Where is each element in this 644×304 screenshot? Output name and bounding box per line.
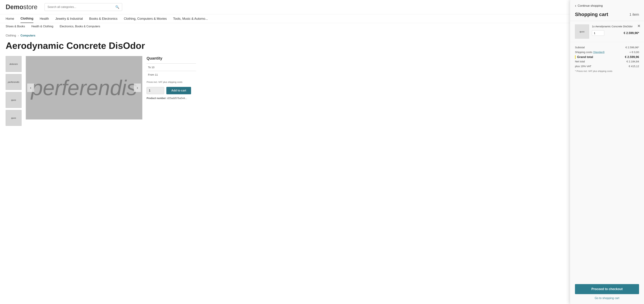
cart-item-qty-price: € 2.599,96*	[592, 30, 639, 36]
shipping-label: Shipping costs (Standard)	[575, 51, 604, 54]
table-row: From 11	[146, 71, 196, 78]
nav-item2-electronics[interactable]: Electronics, Books & Computers	[60, 25, 100, 28]
grand-total-row: Grand total € 2.599,96	[575, 55, 639, 59]
shipping-link[interactable]: (Standard)	[593, 51, 604, 54]
nav-item-health[interactable]: Health	[40, 17, 49, 23]
logo-bold: Demo	[6, 3, 23, 10]
cart-item-details: 1x Aerodynamic Concrete DisOdor € 2.599,…	[592, 24, 639, 36]
net-total-value: € 2.184,84	[626, 60, 639, 63]
cart-item-name: 1x Aerodynamic Concrete DisOdor	[592, 24, 639, 28]
cart-item-close-button[interactable]: ✕	[637, 24, 640, 28]
price-0	[187, 64, 196, 71]
pricing-label: Quantity	[146, 56, 196, 61]
nav-item2-health-clothing[interactable]: Health & Clothing	[31, 25, 53, 28]
pricing-table: To 10 From 11	[146, 63, 196, 78]
vat-row: plus 19% VAT € 415,12	[575, 65, 639, 68]
nav-row2: Shoes & Books Health & Clothing Electron…	[0, 23, 644, 30]
nav-item2-shoes[interactable]: Shoes & Books	[6, 25, 25, 28]
pricing-note: Prices incl. VAT plus shipping costs	[146, 81, 196, 83]
shipping-value: + € 0,00	[629, 51, 639, 54]
net-total-row: Net total € 2.184,84	[575, 60, 639, 63]
main-image: perferendis ‹ ›	[26, 56, 142, 120]
breadcrumb: Clothing › Computers	[6, 34, 638, 37]
subtotal-row: Subtotal € 2.599,96*	[575, 46, 639, 49]
breadcrumb-parent[interactable]: Clothing	[6, 34, 16, 37]
back-arrow-icon: ‹	[575, 3, 576, 8]
net-total-label: Net total	[575, 60, 585, 63]
nav-item-tools[interactable]: Tools, Music & Automo...	[173, 17, 208, 23]
table-row: To 10	[146, 64, 196, 71]
carousel-next-button[interactable]: ›	[134, 84, 141, 92]
nav-item-jewelry[interactable]: Jewelry & Industrial	[55, 17, 83, 23]
continue-shopping[interactable]: ‹ Continue shopping	[570, 0, 644, 10]
price-1	[187, 71, 196, 78]
vat-value: € 415,12	[629, 65, 639, 68]
cart-item-qty-input[interactable]	[592, 30, 604, 36]
grand-total-label: Grand total	[577, 55, 593, 59]
add-to-cart-button[interactable]: Add to cart	[166, 87, 191, 94]
carousel-prev-button[interactable]: ‹	[27, 84, 34, 92]
continue-shopping-label: Continue shopping	[578, 4, 603, 7]
logo[interactable]: Demostore	[6, 3, 38, 11]
cart-title: Shopping cart	[575, 12, 608, 17]
grand-total-value: € 2.599,96	[625, 55, 639, 59]
product-number-label: Product number:	[146, 97, 166, 100]
vat-note: * Prices incl. VAT plus shipping costs	[575, 70, 639, 72]
search-input[interactable]	[48, 5, 114, 9]
product-layout: dolorem perferendis quos quos perferendi…	[6, 56, 638, 126]
vat-label: plus 19% VAT	[575, 65, 592, 68]
subtotal-label: Subtotal	[575, 46, 585, 49]
subtotal-value: € 2.599,96*	[626, 46, 639, 49]
cart-item: quos 1x Aerodynamic Concrete DisOdor € 2…	[570, 21, 644, 42]
thumbnail-3[interactable]: quos	[6, 110, 22, 126]
page-wrapper: Clothing › Computers Aerodynamic Concret…	[0, 30, 644, 130]
breadcrumb-current: Computers	[20, 34, 35, 37]
cart-count: 1 item	[630, 12, 639, 16]
product-number-value: d25add57ba544...	[167, 97, 187, 100]
nav-item-clothing-computers[interactable]: Clothing, Computers & Movies	[124, 17, 167, 23]
cart-item-price: € 2.599,96*	[624, 31, 639, 35]
thumbnails: dolorem perferendis quos quos	[6, 56, 22, 126]
product-number: Product number: d25add57ba544...	[146, 97, 196, 100]
cart-item-image: quos	[575, 24, 589, 39]
header: Demostore 🔍	[0, 0, 644, 14]
product-title: Aerodynamic Concrete DisOdor	[6, 41, 638, 51]
cart-header: Shopping cart 1 item	[570, 10, 644, 21]
thumbnail-2[interactable]: quos	[6, 92, 22, 108]
logo-light: store	[23, 3, 38, 10]
cart-totals: Subtotal € 2.599,96* Shipping costs (Sta…	[570, 42, 644, 130]
pricing-section: Quantity To 10 From 11 Prices incl. VAT …	[146, 56, 196, 126]
qty-range-1: From 11	[146, 71, 187, 78]
qty-range-0: To 10	[146, 64, 187, 71]
cart-overlay: ‹ Continue shopping Shopping cart 1 item…	[570, 0, 644, 130]
shipping-row: Shipping costs (Standard) + € 0,00	[575, 51, 639, 54]
thumbnail-0[interactable]: dolorem	[6, 56, 22, 72]
quantity-input[interactable]	[146, 87, 164, 94]
qty-row: Add to cart	[146, 87, 196, 94]
nav-row1: Home Clothing Health Jewelry & Industria…	[0, 14, 644, 23]
search-bar: 🔍	[44, 3, 122, 11]
breadcrumb-separator: ›	[18, 34, 19, 37]
main-image-text: perferendis	[31, 76, 137, 100]
nav-item-home[interactable]: Home	[6, 17, 14, 23]
nav-item-books[interactable]: Books & Electronics	[89, 17, 118, 23]
thumbnail-1[interactable]: perferendis	[6, 74, 22, 90]
nav-item-clothing[interactable]: Clothing	[20, 17, 33, 23]
main-content: Clothing › Computers Aerodynamic Concret…	[0, 30, 644, 130]
search-icon[interactable]: 🔍	[115, 5, 119, 9]
